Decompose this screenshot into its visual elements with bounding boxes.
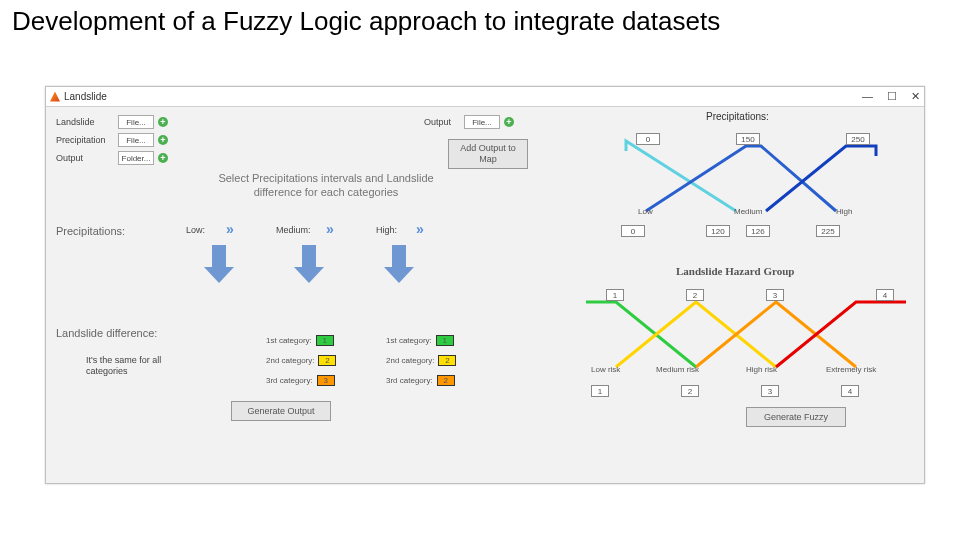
haz-top-4[interactable]: 4 bbox=[876, 289, 894, 301]
output-add-icon[interactable]: + bbox=[158, 153, 168, 163]
haz-bot-3[interactable]: 3 bbox=[761, 385, 779, 397]
haz-bot-2[interactable]: 2 bbox=[681, 385, 699, 397]
landslide-diff-title: Landslide difference: bbox=[56, 327, 157, 339]
precipitation-file-button[interactable]: File... bbox=[118, 133, 154, 147]
cat3b-label: 3rd category: bbox=[386, 376, 433, 385]
chevron-icon: » bbox=[416, 221, 424, 237]
precip-top-0[interactable]: 0 bbox=[636, 133, 660, 145]
landslide-file-button[interactable]: File... bbox=[118, 115, 154, 129]
haz-top-3[interactable]: 3 bbox=[766, 289, 784, 301]
precip-top-2[interactable]: 250 bbox=[846, 133, 870, 145]
instruction-text: Select Precipitations intervals and Land… bbox=[196, 171, 456, 200]
cat1-value[interactable]: 1 bbox=[316, 335, 334, 346]
haz-bot-1[interactable]: 1 bbox=[591, 385, 609, 397]
cat3b-value[interactable]: 2 bbox=[437, 375, 455, 386]
haz-high-label: High risk bbox=[746, 365, 777, 374]
close-button[interactable]: ✕ bbox=[911, 90, 920, 103]
output-file-button[interactable]: File... bbox=[464, 115, 500, 129]
landslide-label: Landslide bbox=[56, 117, 95, 127]
generate-output-button[interactable]: Generate Output bbox=[231, 401, 331, 421]
window-content: Landslide File... + Precipitation File..… bbox=[46, 107, 924, 483]
precip-bot-3[interactable]: 225 bbox=[816, 225, 840, 237]
precipitation-add-icon[interactable]: + bbox=[158, 135, 168, 145]
precip-medium-label: Medium bbox=[734, 207, 762, 216]
arrow-down-icon bbox=[294, 245, 324, 285]
cat2b-label: 2nd category: bbox=[386, 356, 434, 365]
chevron-icon: » bbox=[226, 221, 234, 237]
haz-top-1[interactable]: 1 bbox=[606, 289, 624, 301]
cat2-value[interactable]: 2 bbox=[318, 355, 336, 366]
arrow-down-icon bbox=[384, 245, 414, 285]
maximize-button[interactable]: ☐ bbox=[887, 90, 897, 103]
haz-low-label: Low risk bbox=[591, 365, 620, 374]
app-window: Landslide — ☐ ✕ Landslide File... + Prec… bbox=[45, 86, 925, 484]
output-folder-button[interactable]: Folder... bbox=[118, 151, 154, 165]
landslide-add-icon[interactable]: + bbox=[158, 117, 168, 127]
titlebar: Landslide — ☐ ✕ bbox=[46, 87, 924, 107]
precip-low-label: Low bbox=[638, 207, 653, 216]
cat1b-label: 1st category: bbox=[386, 336, 432, 345]
high-label: High: bbox=[376, 225, 397, 235]
precip-row-title: Precipitations: bbox=[56, 225, 125, 237]
precipitation-label: Precipitation bbox=[56, 135, 106, 145]
same-note: It's the same for all categories bbox=[86, 355, 166, 377]
precip-bot-1[interactable]: 120 bbox=[706, 225, 730, 237]
slide-title: Development of a Fuzzy Logic approach to… bbox=[0, 0, 960, 37]
chevron-icon: » bbox=[326, 221, 334, 237]
cat1b-value[interactable]: 1 bbox=[436, 335, 454, 346]
cat2b-value[interactable]: 2 bbox=[438, 355, 456, 366]
low-label: Low: bbox=[186, 225, 205, 235]
precip-high-label: High bbox=[836, 207, 852, 216]
hazard-chart-title: Landslide Hazard Group bbox=[676, 265, 794, 277]
cat1-label: 1st category: bbox=[266, 336, 312, 345]
haz-bot-4[interactable]: 4 bbox=[841, 385, 859, 397]
precip-top-1[interactable]: 150 bbox=[736, 133, 760, 145]
cat3-label: 3rd category: bbox=[266, 376, 313, 385]
output-file-label: Output bbox=[424, 117, 451, 127]
minimize-button[interactable]: — bbox=[862, 90, 873, 103]
arrow-down-icon bbox=[204, 245, 234, 285]
haz-extreme-label: Extremely risk bbox=[826, 365, 876, 374]
medium-label: Medium: bbox=[276, 225, 311, 235]
cat3-value[interactable]: 3 bbox=[317, 375, 335, 386]
precip-bot-0[interactable]: 0 bbox=[621, 225, 645, 237]
add-output-to-map-button[interactable]: Add Output to Map bbox=[448, 139, 528, 169]
generate-fuzzy-button[interactable]: Generate Fuzzy bbox=[746, 407, 846, 427]
app-icon bbox=[50, 92, 60, 102]
haz-medium-label: Medium risk bbox=[656, 365, 699, 374]
window-title: Landslide bbox=[64, 91, 862, 102]
output-label: Output bbox=[56, 153, 83, 163]
output-file-add-icon[interactable]: + bbox=[504, 117, 514, 127]
precip-bot-2[interactable]: 126 bbox=[746, 225, 770, 237]
cat2-label: 2nd category: bbox=[266, 356, 314, 365]
haz-top-2[interactable]: 2 bbox=[686, 289, 704, 301]
